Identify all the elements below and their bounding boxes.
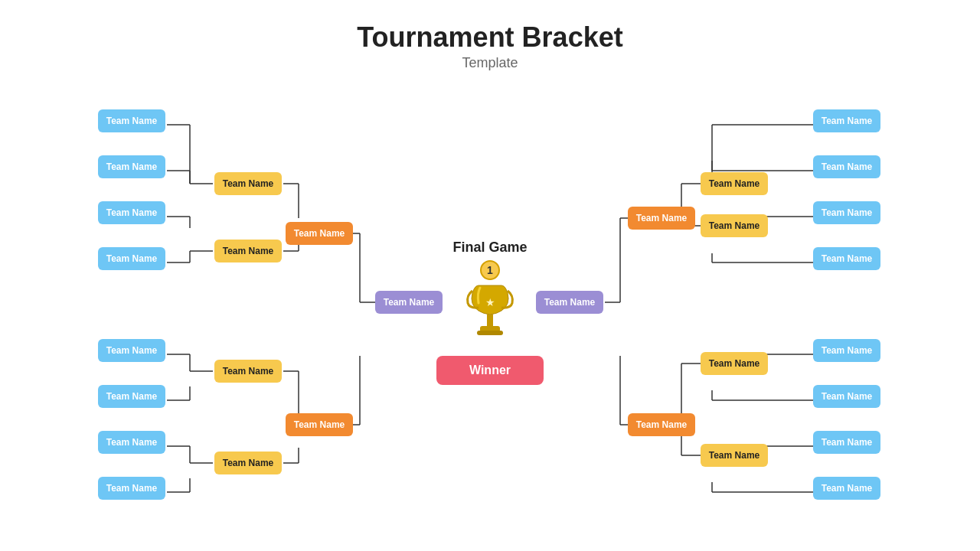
team-box-l2r1[interactable]: Team Name <box>98 155 165 178</box>
trophy-badge: 1 <box>480 260 500 280</box>
team-box-l7r1[interactable]: Team Name <box>98 431 165 454</box>
team-box-r2r2[interactable]: Team Name <box>701 214 768 237</box>
team-box-l1r1[interactable]: Team Name <box>98 109 165 132</box>
team-box-r8r1[interactable]: Team Name <box>813 477 880 500</box>
team-box-r3r1[interactable]: Team Name <box>813 201 880 224</box>
team-box-l5r1[interactable]: Team Name <box>98 339 165 362</box>
title-area: Tournament Bracket Template <box>0 0 980 71</box>
team-box-r3r2[interactable]: Team Name <box>701 352 768 375</box>
team-box-l1r3[interactable]: Team Name <box>286 222 353 245</box>
bracket-container: Team Name Team Name Team Name Team Name … <box>0 73 980 547</box>
svg-rect-70 <box>487 315 493 327</box>
team-box-l3r2[interactable]: Team Name <box>214 360 282 383</box>
team-box-l3r1[interactable]: Team Name <box>98 201 165 224</box>
team-box-right-semi[interactable]: Team Name <box>536 291 603 314</box>
team-box-r2r1[interactable]: Team Name <box>813 155 880 178</box>
team-box-r6r1[interactable]: Team Name <box>813 385 880 408</box>
team-box-r5r1[interactable]: Team Name <box>813 339 880 362</box>
team-box-r1r1[interactable]: Team Name <box>813 109 880 132</box>
svg-rect-72 <box>477 331 503 335</box>
team-box-l2r3[interactable]: Team Name <box>286 413 353 436</box>
page: Tournament Bracket Template <box>0 0 980 551</box>
team-box-left-semi[interactable]: Team Name <box>375 291 443 314</box>
team-box-l8r1[interactable]: Team Name <box>98 477 165 500</box>
team-box-r1r3[interactable]: Team Name <box>628 207 695 230</box>
team-box-l2r2[interactable]: Team Name <box>214 240 282 262</box>
team-box-l4r1[interactable]: Team Name <box>98 247 165 270</box>
final-game-label: Final Game <box>444 240 536 256</box>
trophy-icon: ★ <box>463 282 517 343</box>
trophy-area: 1 ★ <box>452 260 528 344</box>
team-box-r4r1[interactable]: Team Name <box>813 247 880 270</box>
team-box-r2r3[interactable]: Team Name <box>628 413 695 436</box>
team-box-r7r1[interactable]: Team Name <box>813 431 880 454</box>
team-box-r4r2[interactable]: Team Name <box>701 444 768 467</box>
svg-text:★: ★ <box>485 296 495 308</box>
page-subtitle: Template <box>0 55 980 71</box>
winner-box[interactable]: Winner <box>436 356 544 385</box>
team-box-l6r1[interactable]: Team Name <box>98 385 165 408</box>
page-title: Tournament Bracket <box>0 21 980 54</box>
team-box-r1r2[interactable]: Team Name <box>701 172 768 195</box>
team-box-l4r2[interactable]: Team Name <box>214 452 282 474</box>
team-box-l1r2[interactable]: Team Name <box>214 172 282 195</box>
